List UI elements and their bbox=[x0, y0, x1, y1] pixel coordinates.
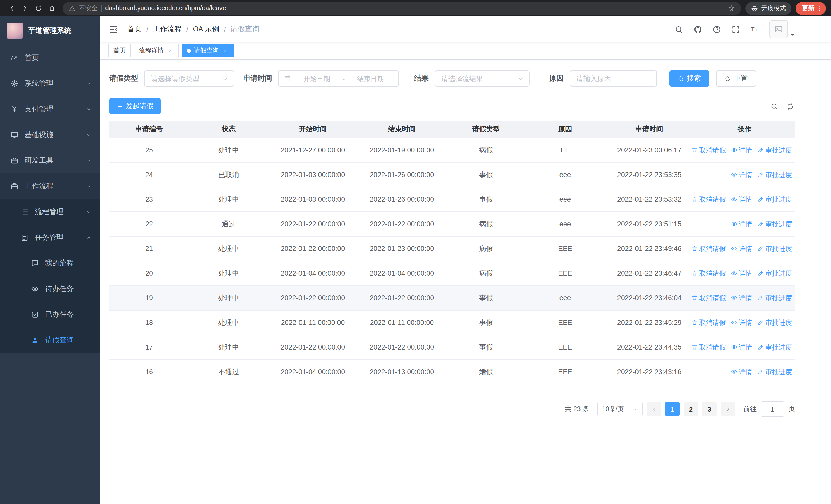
action-label: 审批进度 bbox=[765, 195, 792, 204]
detail-action-link[interactable]: 详情 bbox=[731, 343, 752, 352]
sidebar-item-11[interactable]: 请假查询 bbox=[0, 327, 100, 353]
detail-action-link[interactable]: 详情 bbox=[731, 219, 752, 229]
progress-action-link[interactable]: 审批进度 bbox=[757, 244, 792, 253]
browser-reload-button[interactable] bbox=[32, 2, 45, 15]
prev-page-button[interactable] bbox=[647, 402, 661, 416]
caret-down-icon bbox=[790, 32, 795, 38]
sidebar-item-2[interactable]: 支付管理 bbox=[0, 96, 100, 122]
tab-1[interactable]: 流程详情 bbox=[134, 43, 179, 58]
user-menu[interactable] bbox=[769, 20, 795, 38]
sidebar-toggle-icon[interactable] bbox=[108, 24, 118, 34]
help-icon[interactable] bbox=[712, 25, 721, 34]
detail-action-link[interactable]: 详情 bbox=[731, 367, 752, 377]
create-leave-button[interactable]: 发起请假 bbox=[109, 98, 161, 114]
sidebar-item-0[interactable]: 首页 bbox=[0, 45, 100, 71]
sidebar-item-10[interactable]: 已办任务 bbox=[0, 302, 100, 327]
progress-action-link[interactable]: 审批进度 bbox=[757, 195, 792, 204]
leave-type-select[interactable] bbox=[144, 70, 234, 87]
app-logo[interactable]: 芋道管理系统 bbox=[0, 17, 100, 45]
progress-action-link[interactable]: 审批进度 bbox=[757, 318, 792, 327]
sidebar-item-5[interactable]: 工作流程 bbox=[0, 174, 100, 199]
action-label: 取消请假 bbox=[699, 293, 726, 302]
action-label: 审批进度 bbox=[765, 219, 792, 229]
result-input[interactable] bbox=[440, 74, 514, 83]
reason-input[interactable] bbox=[575, 74, 651, 83]
page-button-2[interactable]: 2 bbox=[684, 402, 698, 416]
bookmark-star-icon[interactable] bbox=[728, 5, 735, 12]
font-size-icon[interactable]: TT bbox=[750, 25, 759, 34]
goto-page-input[interactable] bbox=[761, 402, 784, 417]
progress-action-link[interactable]: 审批进度 bbox=[757, 269, 792, 278]
github-icon[interactable] bbox=[693, 25, 702, 34]
progress-action-link[interactable]: 审批进度 bbox=[757, 146, 792, 155]
page-button-1[interactable]: 1 bbox=[665, 402, 680, 416]
sidebar-item-9[interactable]: 待办任务 bbox=[0, 276, 100, 302]
start-date-input[interactable] bbox=[294, 74, 340, 83]
tab-2[interactable]: 请假查询 bbox=[182, 43, 233, 58]
detail-action-link[interactable]: 详情 bbox=[731, 318, 752, 327]
table-refresh-icon[interactable] bbox=[786, 102, 794, 110]
reset-button[interactable]: 重置 bbox=[716, 70, 756, 87]
breadcrumb-item[interactable]: 工作流程 bbox=[153, 25, 182, 34]
app-title: 芋道管理系统 bbox=[28, 26, 71, 35]
detail-action-link[interactable]: 详情 bbox=[731, 293, 752, 302]
sidebar-item-1[interactable]: 系统管理 bbox=[0, 71, 100, 96]
cancel-action-link[interactable]: 取消请假 bbox=[691, 343, 726, 352]
sidebar-item-8[interactable]: 我的流程 bbox=[0, 250, 100, 276]
avatar[interactable] bbox=[769, 20, 788, 38]
cancel-action-link[interactable]: 取消请假 bbox=[691, 146, 726, 155]
fullscreen-icon[interactable] bbox=[732, 25, 740, 34]
detail-action-link[interactable]: 详情 bbox=[731, 269, 752, 278]
cancel-action-link[interactable]: 取消请假 bbox=[691, 269, 726, 278]
menu-dots-icon[interactable] bbox=[816, 5, 823, 12]
detail-action-link[interactable]: 详情 bbox=[731, 244, 752, 253]
close-icon[interactable] bbox=[222, 47, 228, 54]
column-header: 操作 bbox=[694, 124, 795, 134]
cancel-action-link[interactable]: 取消请假 bbox=[691, 195, 726, 204]
progress-action-link[interactable]: 审批进度 bbox=[757, 170, 792, 179]
sidebar-item-6[interactable]: 流程管理 bbox=[0, 199, 100, 225]
cancel-action-link[interactable]: 取消请假 bbox=[691, 293, 726, 302]
update-button[interactable]: 更新 bbox=[796, 2, 826, 14]
toggle-search-icon[interactable] bbox=[770, 102, 778, 110]
browser-back-button[interactable] bbox=[5, 2, 19, 15]
browser-forward-button[interactable] bbox=[19, 2, 32, 15]
address-bar[interactable]: 不安全 dashboard.yudao.iocoder.cn/bpm/oa/le… bbox=[63, 2, 741, 14]
progress-action-link[interactable]: 审批进度 bbox=[757, 293, 792, 302]
sidebar-item-7[interactable]: 任务管理 bbox=[0, 225, 100, 250]
action-label: 详情 bbox=[739, 195, 752, 204]
close-icon[interactable] bbox=[167, 47, 173, 54]
detail-action-link[interactable]: 详情 bbox=[731, 195, 752, 204]
sidebar-item-4[interactable]: 研发工具 bbox=[0, 148, 100, 174]
breadcrumb-item[interactable]: 首页 bbox=[127, 25, 142, 34]
header-search-icon[interactable] bbox=[675, 25, 683, 34]
cell-apply_time: 2022-01-22 23:46:04 bbox=[605, 294, 694, 302]
browser-home-button[interactable] bbox=[45, 2, 58, 15]
sidebar-item-3[interactable]: 基础设施 bbox=[0, 122, 100, 148]
reason-field[interactable] bbox=[570, 70, 657, 87]
tab-0[interactable]: 首页 bbox=[108, 43, 131, 58]
edit-icon bbox=[757, 245, 764, 252]
apply-time-range[interactable]: - bbox=[278, 70, 399, 87]
result-select[interactable] bbox=[435, 70, 530, 87]
action-label: 取消请假 bbox=[699, 318, 726, 327]
cell-apply_time: 2022-01-22 23:53:35 bbox=[605, 171, 694, 179]
column-header: 申请编号 bbox=[109, 124, 189, 134]
sidebar-item-label: 工作流程 bbox=[25, 182, 53, 191]
page-button-3[interactable]: 3 bbox=[702, 402, 717, 416]
incognito-badge: 无痕模式 bbox=[745, 2, 792, 14]
progress-action-link[interactable]: 审批进度 bbox=[757, 219, 792, 229]
page-size-select[interactable]: 10条/页 bbox=[598, 402, 642, 416]
progress-action-link[interactable]: 审批进度 bbox=[757, 343, 792, 352]
cancel-action-link[interactable]: 取消请假 bbox=[691, 318, 726, 327]
cancel-action-link[interactable]: 取消请假 bbox=[691, 244, 726, 253]
detail-action-link[interactable]: 详情 bbox=[731, 146, 752, 155]
detail-action-link[interactable]: 详情 bbox=[731, 170, 752, 179]
next-page-button[interactable] bbox=[721, 402, 735, 416]
search-button[interactable]: 搜索 bbox=[669, 70, 709, 87]
delete-icon bbox=[691, 245, 697, 252]
leave-type-input[interactable] bbox=[150, 74, 219, 83]
end-date-input[interactable] bbox=[348, 74, 393, 83]
breadcrumb-item[interactable]: OA 示例 bbox=[193, 25, 220, 34]
progress-action-link[interactable]: 审批进度 bbox=[757, 367, 792, 377]
